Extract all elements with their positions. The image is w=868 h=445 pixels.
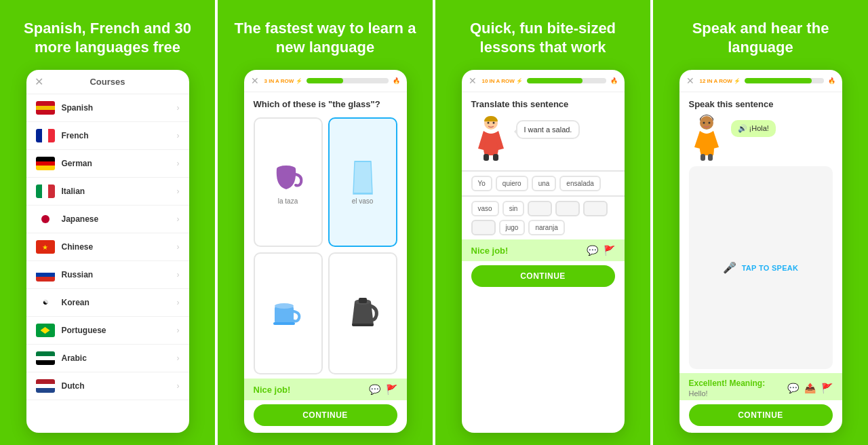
course-item-fr[interactable]: French› <box>26 122 189 150</box>
svg-point-11 <box>487 122 489 124</box>
course-item-kr[interactable]: ☯Korean› <box>26 289 189 317</box>
flag-cn: ★ <box>36 240 55 254</box>
quiz-card-4[interactable] <box>328 252 397 374</box>
continue-3-button[interactable]: CONTINUE <box>471 265 615 287</box>
taza-label: la taza <box>278 197 298 205</box>
phone-2: ✕ 3 IN A ROW ⚡ 🔥 Which of these is "the … <box>244 70 407 433</box>
comment-3-icon[interactable]: 💬 <box>587 245 598 256</box>
progress-3-fill <box>527 78 583 83</box>
progress-2-bar <box>307 78 389 83</box>
continue-4-button[interactable]: CONTINUE <box>689 404 833 426</box>
flag-ar <box>36 351 55 365</box>
svg-rect-6 <box>352 324 374 326</box>
course-item-nl[interactable]: Dutch› <box>26 372 189 400</box>
panel-4-title: Speak and hear the language <box>665 19 856 56</box>
flag-4-icon[interactable]: 🚩 <box>821 383 833 393</box>
close-3-icon[interactable]: ✕ <box>469 75 477 86</box>
answer-chip-quiero[interactable]: quiero <box>496 176 528 191</box>
bank-vaso[interactable]: vaso <box>471 201 499 216</box>
panel-2-title: The fastest way to learn a new language <box>230 19 420 56</box>
course-name-jp: Japanese <box>62 214 177 224</box>
course-list: Spanish›French›German›Italian›Japanese›★… <box>26 94 189 433</box>
close-icon[interactable]: ✕ <box>35 75 43 88</box>
chevron-icon: › <box>177 381 180 391</box>
svg-rect-14 <box>701 154 705 161</box>
answer-chip-una[interactable]: una <box>532 176 557 191</box>
speech-bubble-3: I want a salad. <box>516 120 580 139</box>
flag-it <box>36 185 55 198</box>
svg-rect-7 <box>359 298 367 303</box>
quiz-card-3[interactable] <box>254 252 323 374</box>
course-item-es[interactable]: Spanish› <box>26 94 189 122</box>
course-item-ar[interactable]: Arabic› <box>26 345 189 372</box>
quiz-card-taza[interactable]: la taza <box>254 117 323 247</box>
flag-es <box>36 101 55 115</box>
courses-title: Courses <box>90 77 125 87</box>
flag-icon[interactable]: 🚩 <box>386 384 397 395</box>
bank-naranja[interactable]: naranja <box>528 220 564 235</box>
course-item-br[interactable]: Portuguese› <box>26 317 189 345</box>
quiz-card-vaso[interactable]: el vaso <box>328 117 397 247</box>
course-item-de[interactable]: German› <box>26 150 189 178</box>
comment-icon[interactable]: 💬 <box>369 384 380 395</box>
close-4-icon[interactable]: ✕ <box>686 75 694 86</box>
nice-job-2-text: Nice job! <box>254 385 291 395</box>
comment-4-icon[interactable]: 💬 <box>787 383 799 393</box>
tap-speak-text: TAP TO SPEAK <box>742 264 799 272</box>
course-name-ru: Russian <box>62 270 177 279</box>
course-item-jp[interactable]: Japanese› <box>26 206 189 233</box>
svg-point-3 <box>275 303 294 309</box>
chevron-icon: › <box>177 159 180 168</box>
nice-job-3-text: Nice job! <box>471 246 509 256</box>
chevron-icon: › <box>177 353 180 363</box>
close-2-icon[interactable]: ✕ <box>251 75 259 86</box>
course-item-cn[interactable]: ★Chinese› <box>26 233 189 261</box>
mic-icon: 🎤 <box>723 261 736 274</box>
card4-img <box>342 296 383 330</box>
bank-jugo[interactable]: jugo <box>499 220 526 235</box>
svg-rect-10 <box>493 154 498 161</box>
hello-text: Hello! <box>689 389 766 398</box>
vaso-label: el vaso <box>352 197 374 205</box>
svg-point-17 <box>708 122 710 124</box>
answer-chip-yo[interactable]: Yo <box>471 176 492 191</box>
course-name-nl: Dutch <box>62 381 177 391</box>
course-name-es: Spanish <box>62 103 177 113</box>
answer-chip-ensalada[interactable]: ensalada <box>559 176 601 191</box>
quiz-4-header: ✕ 12 IN A ROW ⚡ 🔥 <box>679 70 842 92</box>
svg-rect-15 <box>708 154 713 161</box>
streak-2: 3 IN A ROW ⚡ <box>264 78 302 84</box>
quiz-grid: la taza el vaso <box>244 113 407 379</box>
course-name-it: Italian <box>62 187 177 196</box>
quiz-question: Which of these is "the glass"? <box>244 92 407 113</box>
course-item-it[interactable]: Italian› <box>26 178 189 206</box>
panel-1-title: Spanish, French and 30 more languages fr… <box>12 19 203 56</box>
svg-rect-9 <box>484 154 489 161</box>
flag-br <box>36 324 55 337</box>
bank-sin[interactable]: sin <box>502 201 525 216</box>
progress-3-bar <box>527 78 606 83</box>
svg-rect-1 <box>353 193 372 194</box>
flag-3-icon[interactable]: 🚩 <box>604 245 615 256</box>
taza-img <box>268 161 309 195</box>
panel-3-title: Quick, fun bite-sized lessons that work <box>448 19 638 56</box>
share-4-icon[interactable]: 📤 <box>804 383 816 393</box>
flag-fr <box>36 129 55 142</box>
progress-2-fill <box>307 78 343 83</box>
course-name-de: German <box>62 159 177 168</box>
course-item-ru[interactable]: Russian› <box>26 261 189 289</box>
action-icons-2: 💬 🚩 <box>369 384 397 395</box>
mic-area[interactable]: 🎤 TAP TO SPEAK <box>689 166 833 369</box>
panel-1: Spanish, French and 30 more languages fr… <box>0 0 215 445</box>
svg-rect-4 <box>273 322 295 325</box>
chevron-icon: › <box>177 242 180 252</box>
bank-empty4 <box>471 220 496 235</box>
answer-area[interactable]: Yo quiero una ensalada <box>462 170 625 195</box>
word-bank: vaso sin jugo naranja <box>462 195 625 239</box>
course-name-br: Portuguese <box>62 326 177 335</box>
continue-2-button[interactable]: CONTINUE <box>254 404 397 426</box>
phone-1-header: ✕ Courses <box>26 70 189 94</box>
speak-title: Speak this sentence <box>689 99 833 109</box>
flag-kr: ☯ <box>36 296 55 309</box>
character-4 <box>689 115 724 161</box>
